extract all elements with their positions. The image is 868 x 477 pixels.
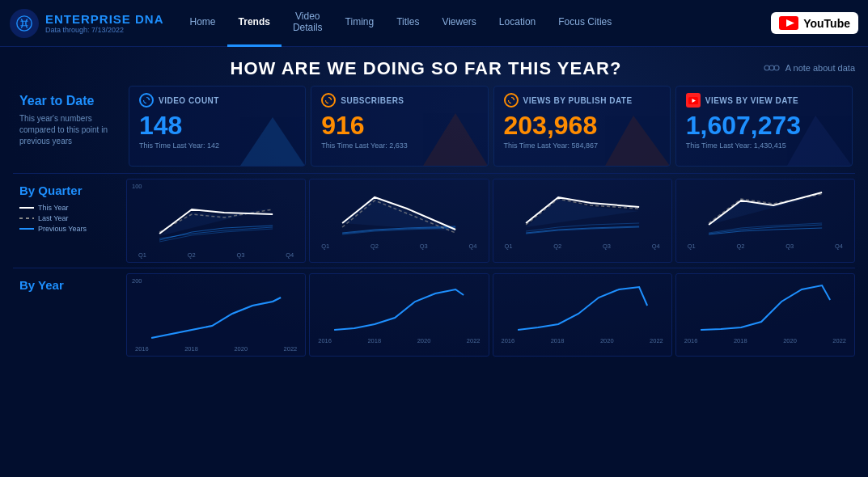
chart-q-views-view: Q1 Q2 Q3 Q4	[675, 179, 855, 263]
subscribers-icon	[321, 93, 336, 108]
section-divider-2	[13, 268, 855, 268]
y-video-x1: 2016	[135, 345, 149, 352]
year-charts-grid: 200 2016 2018 2020 2022	[126, 273, 855, 357]
q-subs-chart-svg	[315, 183, 483, 239]
nav-home[interactable]: Home	[179, 0, 227, 47]
y-views-view-x4: 2022	[832, 337, 846, 344]
svg-marker-11	[605, 116, 670, 166]
kpi-label-col: Year to Date This year's numbers compare…	[13, 86, 126, 167]
q-views-view-x4: Q4	[835, 243, 843, 250]
legend-this-year-line	[19, 207, 34, 209]
nav-focus-cities[interactable]: Focus Cities	[547, 0, 623, 47]
q-views-view-x2: Q2	[736, 243, 744, 250]
kpi-card-header: VIEWS BY PUBLISH DATE	[504, 93, 660, 108]
nav-timing[interactable]: Timing	[334, 0, 386, 47]
q-video-x3: Q3	[236, 251, 244, 259]
chart-y-subs: 2016 2018 2020 2022	[309, 273, 489, 357]
year-label: By Year	[19, 278, 120, 292]
youtube-button[interactable]: YouTube	[771, 12, 858, 34]
video-count-label: VIDEO COUNT	[159, 96, 219, 105]
svg-marker-18	[709, 195, 822, 225]
q-views-pub-x3: Q3	[603, 243, 611, 250]
kpi-card-video-count: VIDEO COUNT 148 This Time Last Year: 142	[129, 86, 306, 167]
views-publish-label: VIEWS BY PUBLISH DATE	[523, 96, 633, 105]
quarter-charts-grid: 100 Q1 Q2 Q3 Q	[126, 179, 855, 263]
quarter-label: By Quarter	[19, 184, 120, 197]
section-divider-1	[13, 173, 855, 174]
q-video-x2: Q2	[188, 251, 196, 259]
y-video-y-top: 200	[132, 277, 142, 285]
q-video-x1: Q1	[138, 251, 146, 259]
y-views-pub-x3: 2020	[600, 337, 614, 344]
y-subs-x2: 2018	[367, 337, 381, 344]
y-subs-chart-svg	[315, 277, 483, 334]
kpi-card-header: VIEWS BY VIEW DATE	[686, 93, 842, 108]
y-subs-x1: 2016	[318, 337, 332, 344]
y-views-pub-x4: 2022	[650, 337, 663, 344]
q-video-x4: Q4	[286, 251, 294, 259]
data-note-text: A note about data	[785, 63, 855, 73]
logo-subtitle: Data through: 7/13/2022	[45, 26, 164, 34]
nav-trends[interactable]: Trends	[227, 0, 282, 47]
nav-titles[interactable]: Titles	[385, 0, 430, 47]
chart-q-subs: Q1 Q2 Q3 Q4	[309, 179, 489, 263]
nav-video-details[interactable]: VideoDetails	[282, 0, 334, 47]
q-video-y-top: 100	[132, 183, 142, 190]
kpi-cards: VIDEO COUNT 148 This Time Last Year: 142…	[126, 86, 855, 167]
y-views-view-x2: 2018	[734, 337, 747, 344]
kpi-card-views-view: VIEWS BY VIEW DATE 1,607,273 This Time L…	[675, 86, 853, 167]
video-count-icon	[139, 93, 154, 108]
kpi-card-subscribers: SUBSCRIBERS 916 This Time Last Year: 2,6…	[311, 86, 488, 167]
svg-point-7	[774, 65, 779, 70]
legend-this-year-text: This Year	[38, 204, 69, 212]
quarter-section: By Quarter This Year Last Year Previous …	[13, 179, 855, 263]
svg-point-6	[769, 65, 774, 70]
year-section: By Year 200 2016 2018 2020 2022	[13, 273, 855, 357]
legend-last-year-line	[19, 217, 34, 219]
q-views-pub-x2: Q2	[553, 243, 561, 250]
y-views-view-chart-svg	[681, 277, 849, 334]
svg-marker-17	[526, 199, 639, 227]
kpi-card-views-publish: VIEWS BY PUBLISH DATE 203,968 This Time …	[493, 86, 671, 167]
svg-marker-14	[787, 116, 852, 166]
nav-location[interactable]: Location	[488, 0, 547, 47]
views-view-label: VIEWS BY VIEW DATE	[705, 96, 798, 105]
q-views-view-chart-svg	[681, 183, 849, 239]
kpi-section-label: Year to Date	[19, 94, 120, 108]
logo-icon	[10, 9, 39, 38]
logo-area: ENTERPRISE DNA Data through: 7/13/2022	[10, 9, 164, 38]
nav-viewers[interactable]: Viewers	[430, 0, 487, 47]
kpi-card-header: SUBSCRIBERS	[321, 93, 477, 108]
q-views-view-x3: Q3	[785, 243, 794, 250]
q-subs-x3: Q3	[420, 243, 428, 250]
nav-links: Home Trends VideoDetails Timing Titles V…	[179, 0, 772, 47]
views-view-icon	[686, 93, 701, 108]
kpi-card-header: VIDEO COUNT	[139, 93, 295, 108]
q-views-pub-x4: Q4	[652, 243, 660, 250]
y-views-view-x3: 2020	[783, 337, 797, 344]
q-video-chart-svg	[132, 192, 300, 248]
logo-title: ENTERPRISE DNA	[45, 12, 164, 26]
views-publish-icon	[504, 93, 519, 108]
svg-marker-16	[342, 199, 455, 231]
chart-q-views-pub: Q1 Q2 Q3 Q4	[493, 179, 672, 263]
logo-text: ENTERPRISE DNA Data through: 7/13/2022	[45, 12, 164, 34]
y-video-x4: 2022	[284, 345, 298, 352]
legend-last-year-text: Last Year	[38, 214, 69, 222]
legend-prev-years-line	[19, 228, 34, 230]
subscribers-label: SUBSCRIBERS	[341, 96, 404, 105]
year-label-col: By Year	[13, 273, 126, 297]
y-video-chart-svg	[132, 285, 300, 342]
kpi-row: Year to Date This year's numbers compare…	[13, 86, 855, 167]
logo-title-1: ENTERPRISE	[45, 12, 131, 26]
y-video-x3: 2020	[234, 345, 248, 352]
nav-right: YouTube	[771, 12, 858, 34]
svg-point-0	[17, 15, 32, 30]
youtube-label: YouTube	[803, 17, 850, 30]
data-note: A note about data	[726, 53, 855, 74]
svg-point-5	[764, 65, 769, 70]
q-views-pub-chart-svg	[498, 183, 667, 239]
q-views-view-x1: Q1	[688, 243, 696, 250]
chart-y-video: 200 2016 2018 2020 2022	[126, 273, 306, 357]
y-views-pub-chart-svg	[498, 277, 667, 334]
